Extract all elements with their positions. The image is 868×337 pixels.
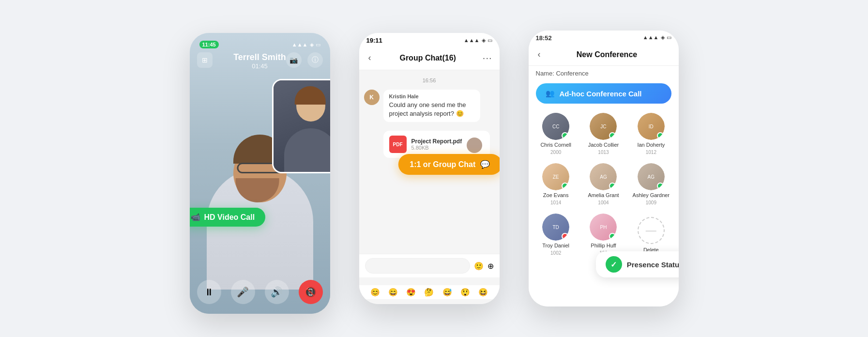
contact-avatar-phillip: PH bbox=[590, 214, 617, 241]
contact-item-ian-doherty[interactable]: ID Ian Doherty 1012 bbox=[628, 110, 673, 158]
phone3-time: 18:52 bbox=[536, 34, 552, 42]
call-controls: ⏸ 🎤 🔊 📵 bbox=[190, 280, 330, 304]
phone1-time: 11:45 bbox=[199, 41, 219, 48]
main-container: 11:45 ▲▲▲ ◈ ▭ ⊞ Terrell Smith 01:45 📷 ⓘ bbox=[0, 0, 868, 337]
end-call-button[interactable]: 📵 bbox=[299, 280, 323, 304]
contact-ext-chris: 2000 bbox=[550, 150, 561, 155]
file-info: Project Report.pdf 5.80KB bbox=[411, 138, 462, 151]
status-dot-chris bbox=[562, 132, 568, 139]
phone3-status-bar: 18:52 ▲▲▲ ◈ ▭ bbox=[529, 31, 679, 44]
contact-avatar-amelia: AG bbox=[590, 163, 617, 190]
contact-name-ashley: Ashley Gardner bbox=[633, 192, 670, 198]
chat-header: ‹ Group Chat(16) ··· bbox=[359, 46, 500, 70]
wifi-icon: ◈ bbox=[310, 42, 314, 48]
contact-ext-ashley: 1009 bbox=[646, 200, 656, 205]
chat-body: 16:56 K Kristin Hale Could any one send … bbox=[359, 70, 500, 163]
phone3-battery-icon: ▭ bbox=[667, 34, 671, 42]
self-view-video bbox=[272, 79, 330, 173]
status-dot-phillip bbox=[609, 233, 616, 240]
status-dot-troy bbox=[562, 233, 568, 240]
top-icons: 📷 ⓘ bbox=[286, 52, 323, 68]
contact-avatar-chris: CC bbox=[542, 113, 569, 140]
emoji-5[interactable]: 😅 bbox=[442, 288, 452, 297]
contact-item-ashley-gardner[interactable]: AG Ashley Gardner 1009 bbox=[628, 160, 673, 208]
more-options-button[interactable]: ··· bbox=[483, 52, 492, 63]
conf-back-button[interactable]: ‹ bbox=[536, 47, 543, 61]
pause-button[interactable]: ⏸ bbox=[197, 280, 221, 304]
presence-check-icon: ✓ bbox=[606, 256, 622, 273]
contact-item-troy-daniel[interactable]: TD Troy Daniel 1002 bbox=[533, 211, 579, 259]
contact-name-jacob: Jacob Collier bbox=[588, 142, 619, 148]
message-input[interactable] bbox=[365, 258, 470, 274]
contact-name-ian: Ian Doherty bbox=[637, 142, 665, 148]
info-icon[interactable]: ⓘ bbox=[307, 52, 323, 68]
speaker-button[interactable]: 🔊 bbox=[265, 280, 289, 304]
adhoc-conference-button[interactable]: 👥 Ad-hoc Conference Call bbox=[536, 83, 671, 104]
contact-ext-jacob: 1013 bbox=[598, 150, 609, 155]
video-camera-icon: 📹 bbox=[191, 213, 200, 222]
conference-name-row: Name: Conference bbox=[529, 66, 679, 81]
contact-name-phillip: Phillip Huff bbox=[591, 243, 616, 248]
status-dot-ian bbox=[657, 132, 664, 139]
emoji-bar: 😊 😄 😍 🤔 😅 😲 😆 bbox=[359, 285, 500, 299]
sender-avatar-file bbox=[467, 138, 482, 153]
emoji-6[interactable]: 😲 bbox=[460, 288, 470, 297]
pdf-icon: PDF bbox=[389, 136, 407, 153]
file-size: 5.80KB bbox=[411, 145, 462, 151]
presence-status-badge: ✓ Presence Status bbox=[596, 251, 679, 277]
sender-name: Kristin Hale bbox=[389, 93, 474, 99]
message-bubble: Kristin Hale Could any one send me the p… bbox=[383, 90, 480, 122]
contact-avatar-troy: TD bbox=[542, 214, 569, 241]
conference-call-icon: 👥 bbox=[546, 89, 555, 98]
emoji-2[interactable]: 😄 bbox=[388, 288, 398, 297]
contact-avatar-ian: ID bbox=[638, 113, 665, 140]
phone-video-call: 11:45 ▲▲▲ ◈ ▭ ⊞ Terrell Smith 01:45 📷 ⓘ bbox=[190, 33, 330, 314]
hd-video-call-badge: 📹 HD Video Call bbox=[190, 208, 266, 227]
main-video-feed bbox=[190, 33, 330, 314]
contact-name-amelia: Amelia Grant bbox=[588, 192, 619, 198]
contact-item-jacob-collier[interactable]: JC Jacob Collier 1013 bbox=[581, 110, 626, 158]
contact-avatar-jacob: JC bbox=[590, 113, 617, 140]
phone3-signal-icon: ▲▲▲ bbox=[643, 34, 659, 42]
emoji-3[interactable]: 😍 bbox=[406, 288, 416, 297]
conference-header: ‹ New Conference bbox=[529, 44, 679, 66]
phone-conference: 18:52 ▲▲▲ ◈ ▭ ‹ New Conference Name: Con… bbox=[529, 31, 679, 306]
back-button[interactable]: ‹ bbox=[366, 51, 373, 65]
contact-name-zoe: Zoe Evans bbox=[543, 192, 569, 198]
contact-avatar-zoe: ZE bbox=[542, 163, 569, 190]
message-row: K Kristin Hale Could any one send me the… bbox=[364, 90, 495, 122]
emoji-button[interactable]: 🙂 bbox=[474, 261, 484, 271]
emoji-1[interactable]: 😊 bbox=[370, 288, 380, 297]
battery-icon: ▭ bbox=[316, 42, 320, 48]
phone2-battery-icon: ▭ bbox=[487, 37, 492, 44]
conference-title: New Conference bbox=[543, 50, 671, 59]
contact-item-zoe-evans[interactable]: ZE Zoe Evans 1014 bbox=[533, 160, 579, 208]
phone3-wifi-icon: ◈ bbox=[661, 34, 665, 42]
phone-chat: 19:11 ▲▲▲ ◈ ▭ ‹ Group Chat(16) ··· 16:56 bbox=[359, 33, 500, 304]
emoji-4[interactable]: 🤔 bbox=[424, 288, 434, 297]
presence-status-label: Presence Status bbox=[627, 260, 679, 269]
phone2-time: 19:11 bbox=[366, 37, 382, 44]
status-dot-amelia bbox=[609, 183, 616, 189]
contact-ext-troy: 1002 bbox=[550, 250, 561, 256]
group-chat-badge: 1:1 or Group Chat 💬 bbox=[398, 154, 499, 175]
signal-bars-icon: ▲▲▲ bbox=[292, 42, 308, 47]
contact-ext-amelia: 1004 bbox=[598, 200, 609, 205]
contact-ext-ian: 1012 bbox=[646, 150, 656, 155]
contact-grid: CC Chris Cornell 2000 JC Jacob Collier 1… bbox=[529, 106, 679, 262]
file-name: Project Report.pdf bbox=[411, 138, 462, 145]
phone1-status-bar: 11:45 ▲▲▲ ◈ ▭ bbox=[190, 33, 330, 52]
phone1-signal-icons: ▲▲▲ ◈ ▭ bbox=[292, 42, 320, 48]
camera-switch-icon[interactable]: 📷 bbox=[286, 52, 302, 68]
chat-input-bar: 🙂 ⊕ bbox=[359, 254, 500, 277]
contact-item-amelia-grant[interactable]: AG Amelia Grant 1004 bbox=[581, 160, 626, 208]
contact-avatar-ashley: AG bbox=[638, 163, 665, 190]
contact-ext-zoe: 1014 bbox=[550, 200, 561, 205]
mic-button[interactable]: 🎤 bbox=[231, 280, 255, 304]
delete-circle-icon: — bbox=[638, 217, 665, 244]
contact-item-chris-cornell[interactable]: CC Chris Cornell 2000 bbox=[533, 110, 579, 158]
conference-name: Name: Conference bbox=[536, 70, 589, 77]
emoji-7[interactable]: 😆 bbox=[478, 288, 488, 297]
add-button[interactable]: ⊕ bbox=[487, 261, 494, 271]
contact-name-chris: Chris Cornell bbox=[540, 142, 571, 148]
